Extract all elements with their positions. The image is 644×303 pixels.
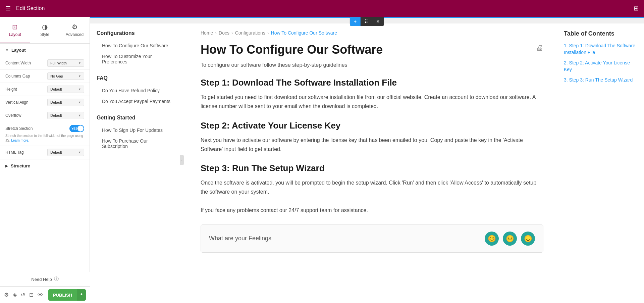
support-note: If you face any problems contact our 24/… <box>201 206 543 215</box>
structure-section-label: Structure <box>11 163 30 168</box>
breadcrumb-home[interactable]: Home <box>201 30 213 36</box>
breadcrumb-configurations[interactable]: Configurations <box>235 30 265 36</box>
feeling-happy-icon[interactable]: 😊 <box>485 232 499 246</box>
nav-link-purchase-subscription[interactable]: How To Purchase Our Subscription <box>97 136 180 152</box>
page-title: Edit Section <box>16 5 634 11</box>
history-icon[interactable]: ↺ <box>21 292 25 298</box>
nav-group-faq: FAQ Do You Have Refund Policy Do You Acc… <box>97 75 180 107</box>
tab-style[interactable]: ◑ Style <box>30 17 60 43</box>
nav-sidebar: ‹ Configurations How To Configure Our So… <box>90 23 187 303</box>
close-element-button[interactable]: ✕ <box>372 17 384 26</box>
article-title: How To Configure Our Software <box>201 42 543 57</box>
responsive-icon[interactable]: ⊡ <box>29 292 34 298</box>
nav-link-paypal-payments[interactable]: Do You Accept Paypal Payments <box>97 96 180 107</box>
layout-section-header[interactable]: ▼ Layout <box>0 44 90 57</box>
nav-group-getting-started: Getting Started How To Sign Up For Updat… <box>97 115 180 152</box>
left-panel: ⊡ Layout ◑ Style ⚙ Advanced ▼ Layout Con… <box>0 17 90 303</box>
toggle-yes-label: YES <box>71 127 77 130</box>
content-width-value: Full Width <box>50 61 67 65</box>
settings-icon[interactable]: ⚙ <box>4 292 9 298</box>
content-width-label: Content Width <box>5 61 47 65</box>
html-tag-caret: ▼ <box>78 151 81 154</box>
toc-item-3[interactable]: 3. Step 3: Run The Setup Wizard <box>564 77 637 84</box>
add-element-button[interactable]: + <box>350 17 361 26</box>
eye-icon[interactable]: 👁 <box>38 292 43 298</box>
tab-advanced-label: Advanced <box>66 32 84 37</box>
nav-link-customize-preferences[interactable]: How To Customize Your Preferences <box>97 51 180 67</box>
stretch-learn-more[interactable]: Learn more. <box>11 139 29 142</box>
breadcrumb-sep-1: › <box>215 30 217 36</box>
publish-arrow-button[interactable]: ▲ <box>77 289 86 301</box>
content-area: + ⠿ ✕ ‹ Configurations How To Configure … <box>90 17 644 303</box>
nav-link-sign-up-updates[interactable]: How To Sign Up For Updates <box>97 125 180 136</box>
height-select[interactable]: Default ▼ <box>47 86 84 93</box>
feeling-neutral-icon[interactable]: 😐 <box>503 232 517 246</box>
tab-style-label: Style <box>40 32 49 37</box>
publish-button[interactable]: PUBLISH <box>48 289 77 301</box>
height-caret: ▼ <box>78 88 81 91</box>
layout-arrow-icon: ▼ <box>5 48 9 52</box>
move-handle[interactable]: ⠿ <box>361 17 372 26</box>
structure-arrow-icon: ▶ <box>5 164 8 168</box>
columns-gap-row: Columns Gap No Gap ▼ <box>0 70 90 83</box>
step-3-title: Step 3: Run The Setup Wizard <box>201 163 543 173</box>
toggle-knob <box>77 125 84 132</box>
feeling-sad-icon[interactable]: 😞 <box>521 232 535 246</box>
stretch-note: Stretch the section to the full width of… <box>5 134 84 143</box>
breadcrumb-docs[interactable]: Docs <box>219 30 229 36</box>
height-row: Height Default ▼ <box>0 83 90 96</box>
toc-item-1[interactable]: 1. Step 1: Download The Software Install… <box>564 43 637 56</box>
height-label: Height <box>5 87 47 92</box>
tab-layout-label: Layout <box>9 32 21 37</box>
structure-section-header[interactable]: ▶ Structure <box>0 159 90 172</box>
nav-group-configurations-title: Configurations <box>97 30 180 36</box>
overflow-value: Default <box>50 113 62 117</box>
overflow-row: Overflow Default ▼ <box>0 109 90 122</box>
nav-collapse-handle[interactable]: ‹ <box>180 155 184 165</box>
panel-tabs: ⊡ Layout ◑ Style ⚙ Advanced <box>0 17 90 44</box>
html-tag-select[interactable]: Default ▼ <box>47 149 84 156</box>
nav-link-refund-policy[interactable]: Do You Have Refund Policy <box>97 85 180 96</box>
height-value: Default <box>50 87 62 91</box>
toc-sidebar: Table of Contents 1. Step 1: Download Th… <box>557 23 644 303</box>
columns-gap-label: Columns Gap <box>5 74 47 79</box>
menu-icon[interactable]: ☰ <box>5 5 11 12</box>
vertical-align-select[interactable]: Default ▼ <box>47 99 84 106</box>
layers-icon[interactable]: ◈ <box>13 292 17 298</box>
stretch-toggle[interactable]: YES <box>69 125 84 132</box>
tab-layout[interactable]: ⊡ Layout <box>0 17 30 43</box>
layout-tab-icon: ⊡ <box>12 23 18 31</box>
advanced-tab-icon: ⚙ <box>72 23 78 31</box>
columns-gap-caret: ▼ <box>78 74 81 78</box>
nav-link-configure-software[interactable]: How To Configure Our Software <box>97 40 180 51</box>
step-2-body: Next you have to activate our software b… <box>201 136 543 154</box>
vertical-align-value: Default <box>50 100 62 104</box>
vertical-align-row: Vertical Align Default ▼ <box>0 96 90 109</box>
vertical-align-caret: ▼ <box>78 101 81 104</box>
overflow-caret: ▼ <box>78 114 81 117</box>
toc-title: Table of Contents <box>564 30 637 37</box>
style-tab-icon: ◑ <box>42 23 48 31</box>
step-1-body: To get started you need to first downloa… <box>201 93 543 111</box>
publish-group: PUBLISH ▲ <box>48 289 86 301</box>
feelings-prompt: What are your Feelings <box>209 235 271 242</box>
feelings-icons: 😊 😐 😞 <box>485 232 535 246</box>
tab-advanced[interactable]: ⚙ Advanced <box>60 17 90 43</box>
print-icon[interactable]: 🖨 <box>536 44 543 52</box>
columns-gap-select[interactable]: No Gap ▼ <box>47 72 84 80</box>
layout-section-label: Layout <box>11 48 26 53</box>
publish-label: PUBLISH <box>53 293 72 298</box>
grid-icon[interactable]: ⊞ <box>634 5 639 12</box>
need-help-bar[interactable]: Need Help ⓘ <box>0 272 90 286</box>
need-help-text: Need Help <box>31 277 52 282</box>
breadcrumb-sep-3: › <box>267 30 269 36</box>
overflow-select[interactable]: Default ▼ <box>47 112 84 119</box>
html-tag-value: Default <box>50 150 62 154</box>
content-width-row: Content Width Full Width ▼ <box>0 57 90 70</box>
page-content: ‹ Configurations How To Configure Our So… <box>90 17 644 303</box>
step-2-title: Step 2: Activate Your License Key <box>201 120 543 131</box>
toc-item-2[interactable]: 2. Step 2: Activate Your License Key <box>564 60 637 73</box>
feelings-box: What are your Feelings 😊 😐 😞 <box>201 224 543 253</box>
content-width-select[interactable]: Full Width ▼ <box>47 59 84 67</box>
top-bar: ☰ Edit Section ⊞ <box>0 0 644 17</box>
